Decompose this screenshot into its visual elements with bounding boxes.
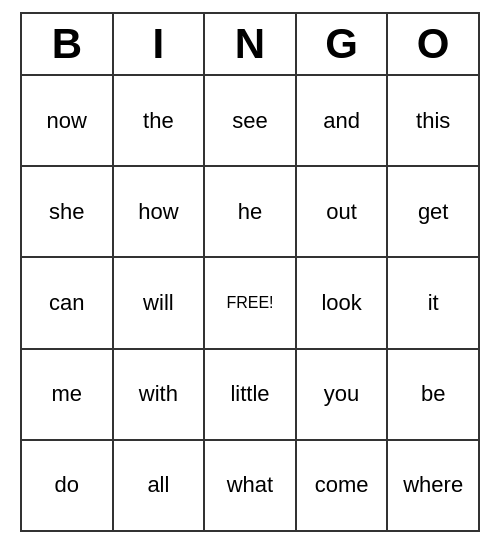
cell-4-5[interactable]: be xyxy=(388,350,478,439)
cell-4-2[interactable]: with xyxy=(114,350,206,439)
cell-2-4[interactable]: out xyxy=(297,167,389,256)
bingo-header: B I N G O xyxy=(22,14,478,76)
cell-5-3[interactable]: what xyxy=(205,441,297,530)
cell-4-4[interactable]: you xyxy=(297,350,389,439)
bingo-row-1: now the see and this xyxy=(22,76,478,167)
cell-1-5[interactable]: this xyxy=(388,76,478,165)
bingo-row-5: do all what come where xyxy=(22,441,478,530)
cell-3-5[interactable]: it xyxy=(388,258,478,347)
header-b: B xyxy=(22,14,114,74)
cell-1-3[interactable]: see xyxy=(205,76,297,165)
cell-5-4[interactable]: come xyxy=(297,441,389,530)
cell-5-1[interactable]: do xyxy=(22,441,114,530)
cell-2-1[interactable]: she xyxy=(22,167,114,256)
cell-2-2[interactable]: how xyxy=(114,167,206,256)
bingo-row-2: she how he out get xyxy=(22,167,478,258)
cell-3-2[interactable]: will xyxy=(114,258,206,347)
cell-1-2[interactable]: the xyxy=(114,76,206,165)
cell-5-2[interactable]: all xyxy=(114,441,206,530)
cell-2-3[interactable]: he xyxy=(205,167,297,256)
cell-2-5[interactable]: get xyxy=(388,167,478,256)
header-o: O xyxy=(388,14,478,74)
bingo-card: B I N G O now the see and this she how h… xyxy=(20,12,480,532)
cell-4-3[interactable]: little xyxy=(205,350,297,439)
cell-1-1[interactable]: now xyxy=(22,76,114,165)
bingo-body: now the see and this she how he out get … xyxy=(22,76,478,530)
header-n: N xyxy=(205,14,297,74)
header-g: G xyxy=(297,14,389,74)
cell-free[interactable]: FREE! xyxy=(205,258,297,347)
bingo-row-4: me with little you be xyxy=(22,350,478,441)
header-i: I xyxy=(114,14,206,74)
cell-4-1[interactable]: me xyxy=(22,350,114,439)
cell-5-5[interactable]: where xyxy=(388,441,478,530)
cell-3-4[interactable]: look xyxy=(297,258,389,347)
cell-1-4[interactable]: and xyxy=(297,76,389,165)
bingo-row-3: can will FREE! look it xyxy=(22,258,478,349)
cell-3-1[interactable]: can xyxy=(22,258,114,347)
